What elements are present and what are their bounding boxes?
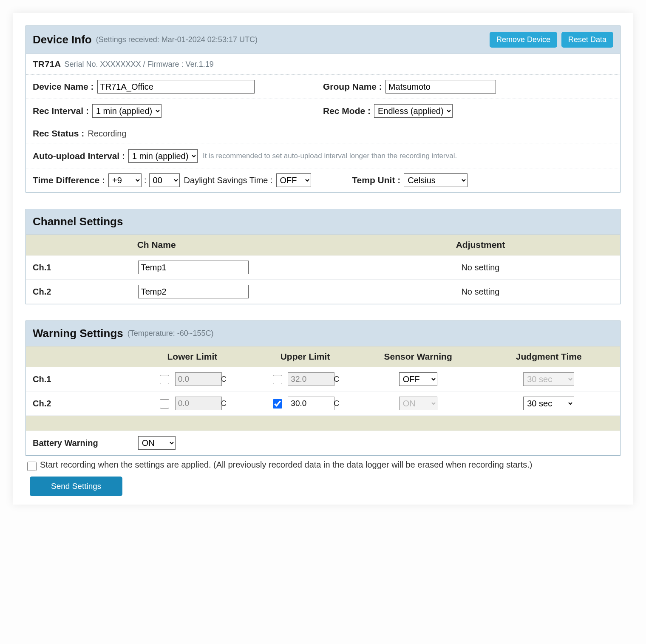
- device-name-input[interactable]: [97, 80, 255, 94]
- warning-settings-title: Warning Settings: [33, 327, 123, 340]
- w-ch1-lower-input[interactable]: [175, 372, 222, 386]
- ch2-name-input[interactable]: [138, 285, 249, 298]
- w-ch1-upper-input[interactable]: [288, 372, 334, 386]
- rec-status-label: Rec Status :: [33, 128, 84, 139]
- time-row: Time Difference : +9 : 00 Daylight Savin…: [26, 168, 620, 192]
- battery-warning-select[interactable]: ON: [138, 436, 176, 450]
- device-info-panel: Device Info (Settings received: Mar-01-2…: [26, 26, 620, 193]
- w-ch2-label: Ch.2: [26, 392, 133, 416]
- warning-settings-subtitle: (Temperature: -60~155C): [128, 329, 214, 338]
- device-info-title: Device Info: [33, 33, 92, 46]
- warning-settings-panel: Warning Settings (Temperature: -60~155C)…: [26, 321, 620, 456]
- channel-settings-table: Ch Name Adjustment Ch.1 No setting Ch.2 …: [26, 235, 620, 304]
- temp-unit-select[interactable]: Celsius: [404, 173, 468, 187]
- col-sensor-warning: Sensor Warning: [359, 346, 478, 367]
- w-ch1-judgment-select[interactable]: 30 sec: [523, 372, 574, 386]
- w-ch2-judgment-select[interactable]: 30 sec: [523, 397, 574, 410]
- device-model: TR71A: [33, 59, 61, 69]
- device-info-header: Device Info (Settings received: Mar-01-2…: [26, 26, 620, 54]
- temp-unit-label: Temp Unit :: [352, 175, 400, 185]
- col-ch-name: Ch Name: [133, 235, 341, 255]
- col-lower-limit: Lower Limit: [133, 346, 252, 367]
- time-diff-hour-select[interactable]: +9: [108, 173, 142, 187]
- auto-upload-label: Auto-upload Interval :: [33, 151, 125, 161]
- remove-device-button[interactable]: Remove Device: [490, 32, 557, 48]
- ch2-label: Ch.2: [26, 280, 133, 304]
- unit-c: C: [334, 375, 339, 383]
- rec-mode-select[interactable]: Endless (applied): [374, 104, 453, 118]
- dst-label: Daylight Savings Time :: [184, 176, 273, 185]
- unit-c: C: [334, 399, 339, 408]
- battery-warning-row: Battery Warning ON: [26, 431, 620, 455]
- settings-page: Device Info (Settings received: Mar-01-2…: [13, 13, 633, 505]
- time-diff-min-select[interactable]: 00: [149, 173, 180, 187]
- auto-upload-hint: It is recommended to set auto-upload int…: [203, 152, 457, 160]
- warning-settings-header: Warning Settings (Temperature: -60~155C): [26, 321, 620, 346]
- w-ch2-upper-check[interactable]: [273, 399, 282, 409]
- warning-row-2: Ch.2 C C ON: [26, 392, 620, 416]
- auto-upload-select[interactable]: 1 min (applied): [128, 149, 198, 163]
- col-judgment-time: Judgment Time: [477, 346, 620, 367]
- time-diff-colon: :: [144, 176, 147, 185]
- auto-upload-row: Auto-upload Interval : 1 min (applied) I…: [26, 144, 620, 168]
- w-ch1-upper-check[interactable]: [273, 375, 282, 384]
- start-recording-text: Start recording when the settings are ap…: [40, 460, 532, 470]
- w-ch2-sensor-select[interactable]: ON: [399, 397, 437, 410]
- rec-mode-label: Rec Mode :: [323, 106, 371, 116]
- w-ch2-upper-input[interactable]: [288, 397, 334, 410]
- start-recording-check[interactable]: [27, 462, 37, 471]
- channel-row-2: Ch.2 No setting: [26, 280, 620, 304]
- unit-c: C: [221, 375, 227, 383]
- battery-warning-label: Battery Warning: [26, 431, 133, 455]
- ch2-adjustment: No setting: [341, 280, 620, 304]
- ch1-label: Ch.1: [26, 255, 133, 280]
- device-name-row: Device Name : Group Name :: [26, 75, 620, 99]
- start-recording-row: Start recording when the settings are ap…: [26, 460, 620, 472]
- group-name-label: Group Name :: [323, 82, 382, 92]
- dst-select[interactable]: OFF: [276, 173, 311, 187]
- w-ch1-label: Ch.1: [26, 367, 133, 392]
- warning-settings-table: Lower Limit Upper Limit Sensor Warning J…: [26, 346, 620, 455]
- channel-settings-panel: Channel Settings Ch Name Adjustment Ch.1…: [26, 209, 620, 304]
- rec-status-row: Rec Status : Recording: [26, 123, 620, 144]
- device-name-label: Device Name :: [33, 82, 94, 92]
- ch1-name-input[interactable]: [138, 261, 249, 274]
- warning-row-1: Ch.1 C C OFF: [26, 367, 620, 392]
- w-ch1-lower-check[interactable]: [160, 375, 169, 384]
- w-ch1-sensor-select[interactable]: OFF: [399, 372, 437, 386]
- channel-row-1: Ch.1 No setting: [26, 255, 620, 280]
- col-adjustment: Adjustment: [341, 235, 620, 255]
- channel-settings-header: Channel Settings: [26, 209, 620, 235]
- send-settings-button[interactable]: Send Settings: [30, 477, 122, 496]
- reset-data-button[interactable]: Reset Data: [561, 32, 613, 48]
- unit-c: C: [221, 399, 227, 408]
- rec-status-value: Recording: [88, 129, 126, 139]
- channel-settings-title: Channel Settings: [33, 215, 123, 228]
- device-serial-firmware: Serial No. XXXXXXXX / Firmware : Ver.1.1…: [65, 60, 214, 69]
- col-upper-limit: Upper Limit: [252, 346, 359, 367]
- w-ch2-lower-input[interactable]: [175, 397, 222, 410]
- ch1-adjustment: No setting: [341, 255, 620, 280]
- rec-interval-label: Rec Interval :: [33, 106, 89, 116]
- group-name-input[interactable]: [385, 80, 496, 94]
- rec-interval-row: Rec Interval : 1 min (applied) Rec Mode …: [26, 99, 620, 123]
- device-model-row: TR71A Serial No. XXXXXXXX / Firmware : V…: [26, 54, 620, 75]
- rec-interval-select[interactable]: 1 min (applied): [92, 104, 162, 118]
- device-info-subtitle: (Settings received: Mar-01-2024 02:53:17…: [96, 35, 258, 44]
- w-ch2-lower-check[interactable]: [160, 399, 169, 409]
- time-diff-label: Time Difference :: [33, 175, 105, 185]
